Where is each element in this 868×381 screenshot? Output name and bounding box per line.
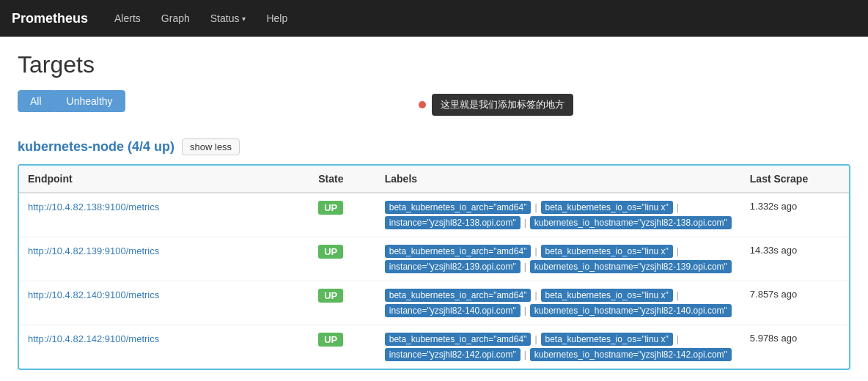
page-content: Targets All Unhealthy 这里就是我们添加标签的地方 kube… (0, 37, 868, 381)
endpoint-link[interactable]: http://10.4.82.138:9100/metrics (28, 201, 159, 212)
last-scrape: 1.332s ago (741, 193, 849, 237)
label-separator: | (523, 218, 528, 228)
last-scrape: 5.978s ago (741, 325, 849, 369)
label-separator: | (675, 290, 680, 300)
label-separator: | (523, 349, 528, 360)
label-tag[interactable]: beta_kubernetes_io_arch="amd64" (385, 245, 532, 258)
nav-items: Alerts Graph Status ▾ Help (106, 7, 296, 30)
endpoint-link[interactable]: http://10.4.82.139:9100/metrics (28, 245, 159, 256)
labels-cell: beta_kubernetes_io_arch="amd64"|beta_kub… (385, 245, 732, 273)
col-header-state: State (309, 166, 376, 193)
table-row: http://10.4.82.138:9100/metricsUPbeta_ku… (19, 193, 849, 237)
col-header-endpoint: Endpoint (19, 166, 309, 193)
table-row: http://10.4.82.140:9100/metricsUPbeta_ku… (19, 281, 849, 325)
label-tag[interactable]: beta_kubernetes_io_arch="amd64" (385, 333, 532, 346)
labels-cell: beta_kubernetes_io_arch="amd64"|beta_kub… (385, 289, 732, 317)
tooltip-box: 这里就是我们添加标签的地方 (432, 94, 573, 116)
table-row: http://10.4.82.139:9100/metricsUPbeta_ku… (19, 237, 849, 281)
state-badge: UP (318, 245, 343, 259)
label-tag[interactable]: instance="yzsjhl82-138.opi.com" (385, 216, 521, 229)
labels-cell: beta_kubernetes_io_arch="amd64"|beta_kub… (385, 333, 732, 361)
label-tag[interactable]: kubernetes_io_hostname="yzsjhl82-138.opi… (530, 216, 732, 229)
label-separator: | (533, 246, 538, 256)
state-badge: UP (318, 289, 343, 303)
nav-status[interactable]: Status ▾ (202, 7, 255, 30)
page-title: Targets (18, 51, 850, 78)
table-row: http://10.4.82.142:9100/metricsUPbeta_ku… (19, 325, 849, 369)
label-tag[interactable]: instance="yzsjhl82-142.opi.com" (385, 348, 521, 361)
label-separator: | (533, 334, 538, 344)
last-scrape: 7.857s ago (741, 281, 849, 325)
label-separator: | (523, 306, 528, 316)
label-separator: | (533, 202, 538, 212)
label-tag[interactable]: instance="yzsjhl82-140.opi.com" (385, 304, 521, 317)
filter-buttons: All Unhealthy (18, 90, 125, 112)
last-scrape: 14.33s ago (741, 237, 849, 281)
endpoint-link[interactable]: http://10.4.82.142:9100/metrics (28, 333, 159, 344)
label-tag[interactable]: beta_kubernetes_io_arch="amd64" (385, 201, 532, 214)
label-tag[interactable]: kubernetes_io_hostname="yzsjhl82-140.opi… (530, 304, 732, 317)
label-tag[interactable]: beta_kubernetes_io_os="linu x" (541, 333, 673, 346)
tooltip-dot (419, 101, 426, 108)
label-tag[interactable]: kubernetes_io_hostname="yzsjhl82-139.opi… (530, 260, 732, 273)
brand: Prometheus (12, 11, 88, 26)
table-head: Endpoint State Labels Last Scrape (19, 166, 849, 193)
nav-help[interactable]: Help (257, 7, 296, 30)
labels-cell: beta_kubernetes_io_arch="amd64"|beta_kub… (385, 201, 732, 229)
section-title: kubernetes-node (4/4 up) (18, 139, 174, 155)
state-badge: UP (318, 333, 343, 347)
table-body: http://10.4.82.138:9100/metricsUPbeta_ku… (19, 193, 849, 369)
filter-all-button[interactable]: All (18, 90, 54, 112)
nav-graph[interactable]: Graph (152, 7, 199, 30)
tooltip-area: 这里就是我们添加标签的地方 (419, 94, 573, 116)
chevron-down-icon: ▾ (242, 15, 246, 23)
show-less-button[interactable]: show less (182, 138, 240, 155)
label-tag[interactable]: beta_kubernetes_io_os="linu x" (541, 289, 673, 302)
label-separator: | (675, 334, 680, 344)
targets-table: Endpoint State Labels Last Scrape http:/… (19, 166, 849, 369)
label-tag[interactable]: beta_kubernetes_io_arch="amd64" (385, 289, 532, 302)
state-badge: UP (318, 201, 343, 215)
label-separator: | (533, 290, 538, 300)
col-header-scrape: Last Scrape (741, 166, 849, 193)
filter-unhealthy-button[interactable]: Unhealthy (54, 90, 125, 112)
label-separator: | (675, 246, 680, 256)
label-tag[interactable]: beta_kubernetes_io_os="linu x" (541, 201, 673, 214)
navbar: Prometheus Alerts Graph Status ▾ Help (0, 0, 868, 37)
section-header: kubernetes-node (4/4 up) show less (18, 138, 850, 155)
label-separator: | (675, 202, 680, 212)
label-tag[interactable]: instance="yzsjhl82-139.opi.com" (385, 260, 521, 273)
label-separator: | (523, 262, 528, 272)
endpoint-link[interactable]: http://10.4.82.140:9100/metrics (28, 289, 159, 300)
nav-alerts[interactable]: Alerts (106, 7, 150, 30)
targets-table-wrapper: Endpoint State Labels Last Scrape http:/… (18, 164, 850, 370)
label-tag[interactable]: beta_kubernetes_io_os="linu x" (541, 245, 673, 258)
table-header-row: Endpoint State Labels Last Scrape (19, 166, 849, 193)
col-header-labels: Labels (376, 166, 741, 193)
label-tag[interactable]: kubernetes_io_hostname="yzsjhl82-142.opi… (530, 348, 732, 361)
